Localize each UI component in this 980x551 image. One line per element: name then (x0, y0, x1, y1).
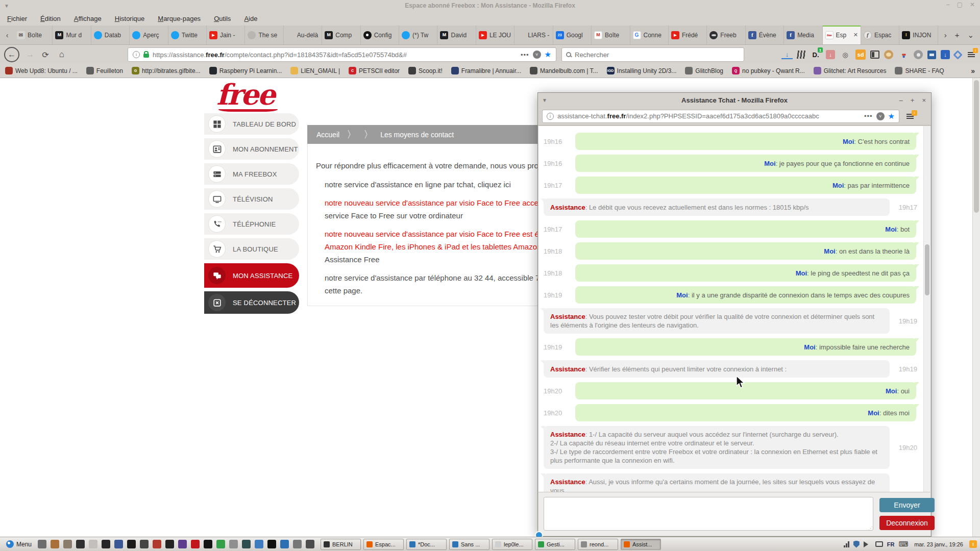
hamburger-menu-icon[interactable]: ! (966, 49, 977, 60)
menu-item[interactable]: Affichage (74, 15, 102, 22)
taskbar-window-button[interactable]: reond... (578, 539, 618, 550)
menu-item[interactable]: Marque-pages (158, 15, 201, 22)
sidebar-item[interactable]: TÉLÉPHONIE (204, 213, 299, 235)
new-tab-button[interactable]: + (955, 31, 960, 39)
launcher-icon[interactable] (280, 540, 289, 548)
launcher-icon[interactable] (51, 540, 59, 548)
browser-tab[interactable]: Config (361, 26, 399, 44)
contact-option-line[interactable]: notre service d'assistance en ligne par … (325, 178, 542, 191)
chat-url-text[interactable]: assistance-tchat.free.fr/index2.php?PHPS… (557, 112, 861, 120)
window-menu-icon[interactable]: ▼ (542, 97, 547, 103)
lock-icon[interactable] (143, 54, 149, 58)
browser-tab[interactable]: LE JOU (476, 26, 514, 44)
browser-tab[interactable]: Frédé (669, 26, 707, 44)
launcher-icon[interactable] (89, 540, 97, 548)
chat-window-titlebar[interactable]: ▼ Assistance Tchat - Mozilla Firefox – +… (538, 93, 931, 107)
menu-item[interactable]: Édition (40, 15, 61, 22)
bookmark-item[interactable]: Feuilleton (86, 67, 123, 74)
browser-tab[interactable]: Conne (630, 26, 669, 44)
sidebar-item[interactable]: MA FREEBOX (204, 163, 299, 185)
display-icon[interactable] (875, 541, 883, 547)
taskbar-window-button[interactable]: Sans ... (449, 539, 489, 550)
browser-tab[interactable]: Twitte (168, 26, 207, 44)
tab-close-icon[interactable]: ✕ (853, 32, 858, 38)
tab-dropdown-icon[interactable]: ⌄ (967, 31, 974, 40)
taskbar-window-button[interactable]: Gesti... (535, 539, 575, 550)
bookmark-item[interactable]: Scoop.it! (408, 67, 443, 74)
hamburger-menu-icon[interactable]: ! (906, 114, 914, 119)
launcher-icon[interactable] (102, 540, 110, 548)
search-input[interactable] (575, 51, 740, 59)
network-signal-icon[interactable] (844, 541, 849, 547)
pocket-icon[interactable]: ˅ (876, 112, 885, 120)
chat-scrollbar-thumb[interactable] (925, 244, 929, 295)
launcher-icon[interactable] (153, 540, 161, 548)
applications-menu-button[interactable]: Menu (3, 539, 35, 549)
pocket-icon[interactable]: ˅ (533, 51, 541, 59)
launcher-icon[interactable] (38, 540, 46, 548)
shield-icon[interactable] (853, 541, 860, 548)
launcher-icon[interactable] (191, 540, 200, 548)
resize-grip-icon[interactable]: ⋰ (868, 526, 872, 531)
browser-tab[interactable]: Googl (553, 26, 592, 44)
chat-scrollbar[interactable] (923, 126, 930, 492)
launcher-icon[interactable] (242, 540, 251, 548)
contact-option-line[interactable]: cette page. (325, 284, 542, 297)
bookmark-item[interactable]: G http://bitrates.gifbite... (132, 67, 201, 74)
video-download-icon[interactable]: ↓ (941, 50, 950, 59)
browser-tab[interactable]: Jain - (207, 26, 245, 44)
browser-tab[interactable]: Espac (861, 26, 899, 44)
search-bar[interactable] (561, 47, 744, 62)
launcher-icon[interactable] (127, 540, 136, 548)
browser-tab[interactable]: Datab (91, 26, 130, 44)
addon-diamond-icon[interactable] (953, 50, 962, 59)
clock[interactable]: mar. 23 janv., 19:26 (912, 541, 965, 547)
back-button[interactable]: ← (4, 47, 19, 62)
launcher-icon[interactable] (178, 540, 187, 548)
download-manager-icon[interactable]: ↓ (826, 50, 835, 59)
launcher-icon[interactable] (165, 540, 174, 548)
disconnect-button[interactable]: Deconnexion (879, 516, 935, 530)
browser-tab[interactable]: David (437, 26, 476, 44)
chat-addon-icon[interactable] (914, 50, 923, 59)
volume-icon[interactable] (864, 541, 871, 547)
bookmark-item[interactable]: SHARE - FAQ (895, 67, 944, 74)
bookmark-item[interactable]: GlitchBlog (685, 67, 723, 74)
sidebar-item[interactable]: TÉLÉVISION (204, 188, 299, 210)
bookmark-item[interactable]: Mandelbulb.com | T... (530, 67, 598, 74)
home-button[interactable]: ⌂ (55, 47, 68, 62)
browser-tab[interactable]: Évène (746, 26, 784, 44)
bookmarks-overflow-icon[interactable]: » (971, 67, 975, 75)
sidebar-toggle-icon[interactable] (870, 51, 879, 59)
sidebar-item[interactable]: MON ABONNEMENT (204, 138, 299, 160)
site-info-icon[interactable]: i (133, 51, 140, 58)
chat-message-input[interactable] (544, 497, 873, 531)
sidebar-item[interactable]: MON ASSISTANCE (204, 263, 299, 288)
taskbar-window-button[interactable]: BERLIN (321, 539, 361, 550)
library-icon[interactable] (797, 51, 806, 59)
greasemonkey-icon[interactable] (884, 50, 893, 59)
browser-tab[interactable]: Aperç (130, 26, 168, 44)
bookmark-item[interactable]: Framalibre | Annuair... (451, 67, 521, 74)
browser-tab[interactable]: (*) Tw (399, 26, 437, 44)
minimize-icon[interactable]: – (899, 96, 903, 104)
bookmark-item[interactable]: Glitchet: Art Resources (814, 67, 887, 74)
keyboard-icon[interactable]: ⌨ (898, 541, 908, 547)
bookmark-item[interactable]: C PETSCII editor (349, 67, 400, 74)
sidebar-item[interactable]: SE DÉCONNECTER (204, 291, 299, 314)
launcher-icon[interactable] (76, 540, 85, 548)
launcher-icon[interactable] (293, 540, 302, 548)
contact-option-line[interactable]: Assistance Free (325, 253, 542, 266)
contact-option-line[interactable]: service Face to Free sur votre ordinateu… (325, 209, 542, 222)
contact-option-line[interactable]: notre nouveau service d'assistance par v… (325, 196, 542, 209)
bookmark-item[interactable]: LIEN_GMAIL | (290, 67, 340, 74)
breadcrumb-home[interactable]: Accueil (316, 131, 339, 139)
launcher-icon[interactable] (204, 540, 212, 548)
reload-button[interactable]: ⟳ (39, 47, 52, 62)
browser-tab[interactable]: INJON (899, 26, 938, 44)
browser-tab[interactable]: Boîte (14, 26, 53, 44)
browser-tab[interactable]: The se (245, 26, 283, 44)
close-icon[interactable]: × (922, 96, 926, 104)
downthemall-icon[interactable]: D.1 (810, 49, 821, 60)
save-page-icon[interactable] (927, 51, 936, 59)
